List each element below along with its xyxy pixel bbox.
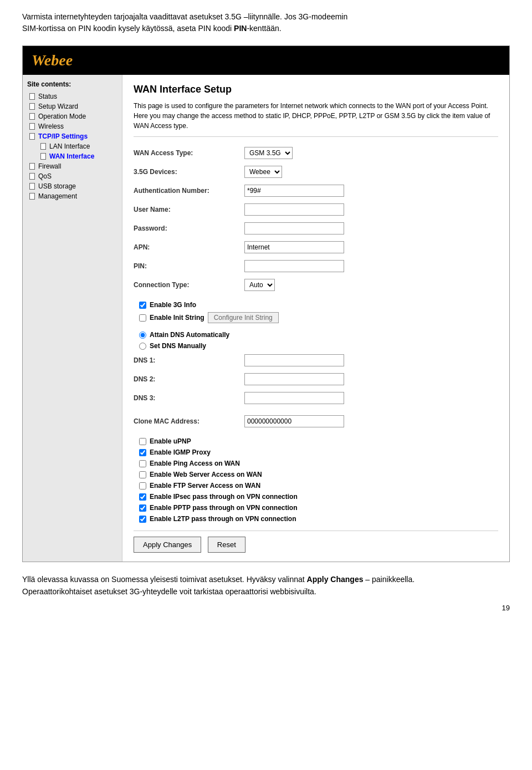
sidebar-item-lan[interactable]: LAN Interface — [38, 141, 117, 151]
dns1-row: DNS 1: — [134, 353, 498, 368]
sidebar-title: Site contents: — [27, 80, 117, 88]
sidebar-item-tcp-ip[interactable]: TCP/IP Settings — [27, 131, 117, 141]
button-row: Apply Changes Reset — [134, 531, 498, 553]
password-input[interactable] — [244, 222, 344, 234]
enable-ping-label: Enable Ping Access on WAN — [150, 460, 240, 467]
dns2-input[interactable] — [244, 373, 344, 385]
pin-label: PIN: — [134, 262, 244, 270]
dns2-row: DNS 2: — [134, 372, 498, 386]
page-number: 19 — [22, 604, 510, 612]
dns1-control — [244, 354, 344, 366]
enable-pptp-row: Enable PPTP pass through on VPN connecti… — [134, 504, 498, 512]
dns3-row: DNS 3: — [134, 391, 498, 405]
enable-ipsec-label: Enable IPsec pass through on VPN connect… — [150, 493, 298, 501]
sidebar-item-setup-wizard[interactable]: Setup Wizard — [27, 101, 117, 111]
outro-paragraph: Yllä olevassa kuvassa on Suomessa yleise… — [22, 573, 510, 598]
sidebar-item-wan[interactable]: WAN Interface — [38, 151, 117, 161]
auth-number-input[interactable] — [244, 185, 344, 197]
wan-access-type-row: WAN Access Type: GSM 3.5G — [134, 146, 498, 160]
apn-label: APN: — [134, 243, 244, 251]
pin-control — [244, 260, 344, 272]
sidebar-item-wireless[interactable]: Wireless — [27, 121, 117, 131]
enable-web-row: Enable Web Server Access on WAN — [134, 471, 498, 478]
router-ui: Webee Site contents: Status Setup Wizard… — [22, 45, 510, 562]
attain-dns-radio[interactable] — [139, 332, 146, 339]
pin-input[interactable] — [244, 260, 344, 272]
enable-l2tp-row: Enable L2TP pass through on VPN connecti… — [134, 515, 498, 523]
username-row: User Name: — [134, 202, 498, 217]
enable-web-label: Enable Web Server Access on WAN — [150, 471, 262, 478]
password-control — [244, 222, 344, 234]
doc-icon — [29, 103, 35, 110]
sidebar-item-operation-mode[interactable]: Operation Mode — [27, 111, 117, 121]
enable-ftp-checkbox[interactable] — [139, 482, 146, 489]
enable-init-row: Enable Init String Configure Init String — [134, 312, 498, 323]
dns3-input[interactable] — [244, 392, 344, 404]
enable-ipsec-row: Enable IPsec pass through on VPN connect… — [134, 493, 498, 501]
webee-logo: Webee — [32, 52, 73, 69]
auth-number-row: Authentication Number: — [134, 183, 498, 198]
dns1-label: DNS 1: — [134, 356, 244, 364]
devices-label: 3.5G Devices: — [134, 168, 244, 176]
intro-paragraph: Varmista internetyhteyden tarjoajalta va… — [22, 11, 510, 34]
enable-pptp-checkbox[interactable] — [139, 504, 146, 512]
wan-access-type-control: GSM 3.5G — [244, 147, 293, 159]
enable-igmp-label: Enable IGMP Proxy — [150, 448, 211, 456]
attain-dns-label: Attain DNS Automatically — [150, 331, 229, 339]
apn-input[interactable] — [244, 241, 344, 253]
reset-button[interactable]: Reset — [208, 537, 245, 553]
auth-number-control — [244, 185, 344, 197]
password-row: Password: — [134, 221, 498, 236]
enable-l2tp-label: Enable L2TP pass through on VPN connecti… — [150, 515, 296, 523]
enable-igmp-row: Enable IGMP Proxy — [134, 448, 498, 456]
enable-init-checkbox[interactable] — [139, 314, 146, 322]
devices-row: 3.5G Devices: Webee — [134, 165, 498, 179]
enable-upnp-row: Enable uPNP — [134, 437, 498, 445]
enable-ipsec-checkbox[interactable] — [139, 493, 146, 501]
clone-mac-label: Clone MAC Address: — [134, 417, 244, 425]
router-header: Webee — [23, 46, 509, 75]
auth-number-label: Authentication Number: — [134, 187, 244, 195]
sidebar-sub-tcpip: LAN Interface WAN Interface — [27, 141, 117, 161]
attain-dns-row: Attain DNS Automatically — [134, 331, 498, 339]
enable-web-checkbox[interactable] — [139, 471, 146, 478]
devices-select[interactable]: Webee — [244, 166, 282, 178]
username-input[interactable] — [244, 203, 344, 216]
dns1-input[interactable] — [244, 354, 344, 366]
enable-3g-row: Enable 3G Info — [134, 301, 498, 309]
doc-icon — [29, 193, 35, 200]
sidebar-item-usb-storage[interactable]: USB storage — [27, 181, 117, 191]
dns3-control — [244, 392, 344, 404]
set-dns-radio[interactable] — [139, 343, 146, 350]
enable-igmp-checkbox[interactable] — [139, 449, 146, 456]
doc-icon — [29, 173, 35, 180]
enable-ftp-row: Enable FTP Server Access on WAN — [134, 482, 498, 489]
clone-mac-row: Clone MAC Address: — [134, 414, 498, 429]
set-dns-label: Set DNS Manually — [150, 342, 206, 350]
page-title: WAN Interface Setup — [134, 84, 498, 95]
apply-button[interactable]: Apply Changes — [134, 537, 201, 553]
doc-icon — [29, 113, 35, 120]
wan-access-type-select[interactable]: GSM 3.5G — [244, 147, 293, 159]
enable-upnp-checkbox[interactable] — [139, 438, 146, 445]
wan-access-type-label: WAN Access Type: — [134, 149, 244, 157]
enable-ftp-label: Enable FTP Server Access on WAN — [150, 482, 260, 489]
dns3-label: DNS 3: — [134, 394, 244, 402]
connection-type-select[interactable]: Auto — [244, 279, 275, 291]
enable-ping-checkbox[interactable] — [139, 460, 146, 467]
apn-row: APN: — [134, 240, 498, 254]
clone-mac-input[interactable] — [244, 415, 344, 427]
sidebar-item-qos[interactable]: QoS — [27, 171, 117, 181]
sidebar-item-status[interactable]: Status — [27, 91, 117, 101]
enable-3g-checkbox[interactable] — [139, 302, 146, 309]
enable-l2tp-checkbox[interactable] — [139, 516, 146, 523]
connection-type-label: Connection Type: — [134, 281, 244, 289]
sidebar-item-firewall[interactable]: Firewall — [27, 161, 117, 171]
pin-row: PIN: — [134, 259, 498, 273]
dns2-control — [244, 373, 344, 385]
content-area: WAN Interface Setup This page is used to… — [122, 75, 509, 562]
doc-icon — [29, 93, 35, 100]
sidebar-item-management[interactable]: Management — [27, 191, 117, 201]
devices-control: Webee — [244, 166, 282, 178]
configure-init-button[interactable]: Configure Init String — [208, 312, 279, 323]
